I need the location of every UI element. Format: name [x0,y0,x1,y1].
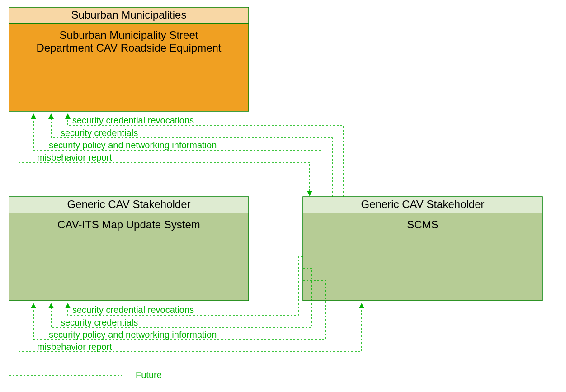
box-suburban-municipality-equipment: Suburban Municipalities Suburban Municip… [9,7,249,111]
label-upper-misbehavior: misbehavior report [37,152,112,162]
label-lower-credentials: security credentials [61,317,138,327]
label-lower-revocations: security credential revocations [72,305,194,315]
legend-future-label: Future [136,370,162,380]
legend: Future [9,370,162,380]
box1-header: Suburban Municipalities [71,9,187,21]
box1-body-line2: Department CAV Roadside Equipment [36,42,221,54]
box3-header: Generic CAV Stakeholder [361,198,484,210]
label-lower-policy: security policy and networking informati… [49,330,217,340]
label-upper-credentials: security credentials [61,128,138,138]
label-upper-policy: security policy and networking informati… [49,140,217,150]
label-lower-misbehavior: misbehavior report [37,342,112,352]
label-upper-revocations: security credential revocations [72,115,194,125]
box2-body: CAV-ITS Map Update System [57,218,200,231]
box-cav-its-map-update: Generic CAV Stakeholder CAV-ITS Map Upda… [9,197,249,301]
box1-body-line1: Suburban Municipality Street [60,29,198,41]
architecture-diagram: Suburban Municipalities Suburban Municip… [0,0,566,392]
box3-body: SCMS [407,218,438,231]
box-scms: Generic CAV Stakeholder SCMS [303,197,542,301]
box2-header: Generic CAV Stakeholder [67,198,190,210]
